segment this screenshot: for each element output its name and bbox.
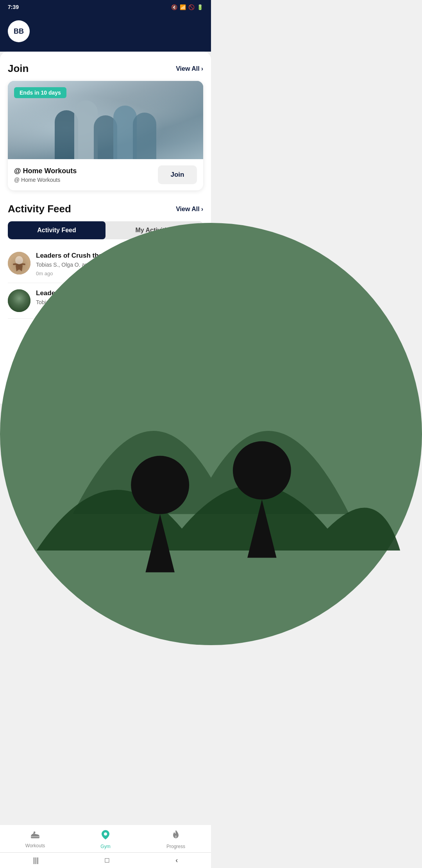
main-content: Join View All › Ends in 10 days [0, 52, 211, 404]
avatar-img-outdoor [8, 289, 30, 312]
activity-feed-section: Activity Feed View All › Activity Feed M… [8, 203, 203, 319]
activity-avatar-2 [8, 289, 30, 312]
activity-item-2: Leaders of Crush the Calories! Tobias S.… [8, 283, 203, 319]
svg-point-2 [8, 289, 30, 312]
